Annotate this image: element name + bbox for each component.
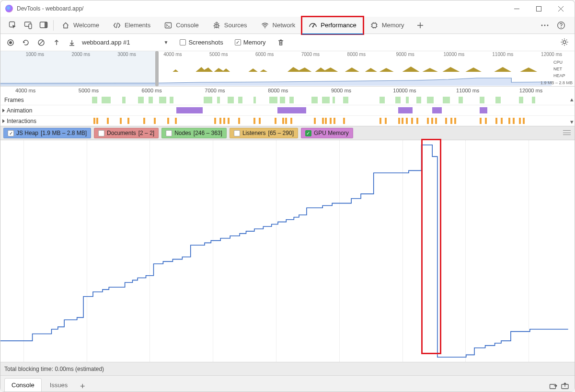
record-button[interactable]	[5, 37, 16, 48]
interaction-bar[interactable]	[385, 118, 387, 124]
frame-bar[interactable]	[122, 97, 126, 103]
frame-bar[interactable]	[480, 97, 484, 103]
interaction-bar[interactable]	[282, 118, 284, 124]
minimize-button[interactable]	[506, 1, 528, 16]
frame-bar[interactable]	[495, 97, 501, 103]
interaction-bar[interactable]	[343, 118, 345, 124]
frame-bar[interactable]	[519, 97, 523, 103]
interaction-bar[interactable]	[508, 118, 510, 124]
overview-selection[interactable]	[0, 51, 157, 86]
interaction-bar[interactable]	[380, 118, 381, 124]
main-time-ruler[interactable]: 4000 ms5000 ms6000 ms7000 ms8000 ms9000 …	[0, 87, 575, 95]
memory-checkbox[interactable]	[235, 39, 241, 45]
frame-bar[interactable]	[322, 97, 330, 103]
settings-button[interactable]	[560, 38, 570, 47]
interaction-bar[interactable]	[325, 118, 327, 124]
legend-gpu-memory[interactable]: GPU Memory	[301, 128, 353, 138]
animation-bar[interactable]	[398, 107, 413, 113]
interaction-bar[interactable]	[107, 118, 109, 124]
tracks-scroll-down[interactable]: ▾	[570, 118, 574, 125]
tab-sources[interactable]: Sources	[206, 17, 254, 34]
interaction-bar[interactable]	[214, 118, 216, 124]
frame-bar[interactable]	[395, 97, 401, 103]
interaction-bar[interactable]	[223, 118, 225, 124]
frame-bar[interactable]	[459, 97, 463, 103]
interactions-track[interactable]: Interactions ▾	[0, 115, 575, 126]
interaction-bar[interactable]	[290, 118, 292, 124]
interaction-bar[interactable]	[330, 118, 332, 124]
interaction-bar[interactable]	[228, 118, 230, 124]
frame-bar[interactable]	[159, 97, 166, 103]
interaction-bar[interactable]	[259, 118, 261, 124]
frame-bar[interactable]	[280, 97, 285, 103]
tab-console[interactable]: Console	[157, 17, 206, 34]
more-icon[interactable]	[540, 21, 550, 30]
interaction-bar[interactable]	[219, 118, 221, 124]
reload-record-button[interactable]	[21, 37, 31, 48]
help-icon[interactable]	[556, 21, 566, 30]
clear-button[interactable]	[36, 37, 46, 48]
legend-checkbox[interactable]	[234, 130, 240, 136]
dock-side-icon[interactable]	[39, 21, 48, 30]
frame-bar[interactable]	[217, 97, 220, 103]
frames-scroll-up[interactable]: ▴	[570, 96, 574, 103]
frame-bar[interactable]	[289, 97, 294, 103]
frame-bar[interactable]	[333, 97, 335, 103]
legend-documents[interactable]: Documents[2 – 2]	[94, 128, 159, 138]
recording-name[interactable]: webboard.app #1	[82, 39, 130, 46]
drawer-collapse-icon[interactable]	[559, 380, 571, 392]
frame-bar[interactable]	[92, 97, 97, 103]
screenshots-checkbox[interactable]	[180, 39, 186, 45]
frame-bar[interactable]	[204, 97, 212, 103]
frame-bar[interactable]	[238, 97, 243, 103]
interaction-bar[interactable]	[285, 118, 287, 124]
frame-bar[interactable]	[311, 97, 318, 103]
interaction-bar[interactable]	[167, 118, 169, 124]
interaction-bar[interactable]	[450, 118, 452, 124]
tab-elements[interactable]: Elements	[106, 17, 157, 34]
frame-bar[interactable]	[170, 97, 173, 103]
interaction-bar[interactable]	[480, 118, 482, 124]
frame-bar[interactable]	[427, 97, 434, 103]
delete-recording-button[interactable]	[276, 37, 286, 48]
interaction-bar[interactable]	[93, 118, 95, 124]
legend-js-heap[interactable]: JS Heap[1.9 MB – 2.8 MB]	[3, 128, 91, 138]
frame-bar[interactable]	[416, 97, 421, 103]
interaction-bar[interactable]	[238, 118, 240, 124]
tab-performance[interactable]: Performance	[302, 17, 363, 34]
device-toggle-icon[interactable]	[23, 21, 33, 30]
interaction-bar[interactable]	[523, 118, 525, 124]
tab-welcome[interactable]: Welcome	[55, 17, 106, 34]
add-tab-button[interactable]	[411, 17, 429, 34]
interaction-bar[interactable]	[411, 118, 413, 124]
legend-checkbox[interactable]	[305, 130, 311, 136]
animation-bar[interactable]	[176, 107, 203, 113]
legend-listeners[interactable]: Listeners[65 – 290]	[230, 128, 298, 138]
recording-dropdown[interactable]: ▼	[163, 40, 168, 45]
interaction-bar[interactable]	[334, 118, 335, 124]
interaction-bar[interactable]	[314, 118, 316, 124]
animation-bar[interactable]	[277, 107, 306, 113]
drawer-tab-console[interactable]: Console	[4, 378, 42, 392]
tab-network[interactable]: Network	[254, 17, 302, 34]
interaction-bar[interactable]	[322, 118, 324, 124]
legend-checkbox[interactable]	[166, 130, 172, 136]
maximize-button[interactable]	[528, 1, 550, 16]
legend-checkbox[interactable]	[8, 130, 14, 136]
frame-bar[interactable]	[380, 97, 385, 103]
frame-bar[interactable]	[228, 97, 234, 103]
interaction-bar[interactable]	[406, 118, 408, 124]
interaction-bar[interactable]	[431, 118, 433, 124]
frame-bar[interactable]	[343, 97, 348, 103]
interaction-bar[interactable]	[402, 118, 403, 124]
interaction-bar[interactable]	[454, 118, 456, 124]
interaction-bar[interactable]	[445, 118, 447, 124]
upload-button[interactable]	[51, 37, 62, 48]
overview-timeline[interactable]: 1000 ms2000 ms3000 ms4000 ms5000 ms6000 …	[0, 51, 575, 87]
drawer-add-tab[interactable]: +	[76, 381, 89, 392]
frame-bar[interactable]	[269, 97, 277, 103]
memory-chart[interactable]	[0, 140, 575, 362]
tab-memory[interactable]: Memory	[363, 17, 411, 34]
frame-bar[interactable]	[406, 97, 408, 103]
frame-bar[interactable]	[138, 97, 144, 103]
